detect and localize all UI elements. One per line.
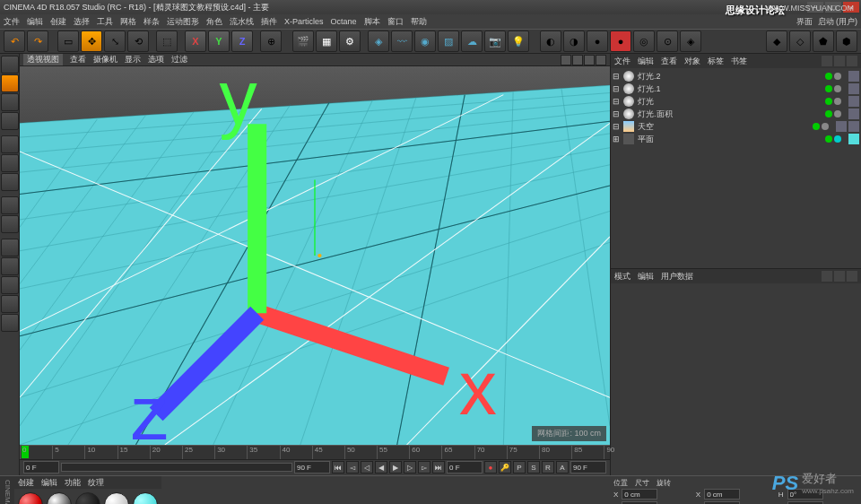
- menu-script[interactable]: 脚本: [364, 16, 380, 28]
- material-black[interactable]: [75, 492, 100, 504]
- viewport-tab[interactable]: 透视视图: [23, 54, 63, 65]
- current-frame-input[interactable]: [447, 461, 483, 474]
- obj-tab-file[interactable]: 文件: [614, 56, 631, 67]
- obj-search-icon[interactable]: [822, 56, 832, 66]
- obj-row-sky[interactable]: ⊟天空: [613, 120, 859, 133]
- point-mode[interactable]: [1, 135, 19, 153]
- attr-nav-back-icon[interactable]: [822, 271, 832, 282]
- menu-mograph[interactable]: 运动图形: [167, 16, 199, 28]
- layout-label[interactable]: 界面: [796, 16, 813, 28]
- tag-icon[interactable]: [848, 109, 859, 119]
- tag-icon[interactable]: [848, 121, 859, 132]
- timeline-end-input[interactable]: [294, 461, 330, 474]
- octane-3[interactable]: ⬟: [813, 30, 834, 52]
- coord-tab-pos[interactable]: 位置: [613, 478, 628, 489]
- play-backward[interactable]: ◀: [375, 461, 387, 474]
- material-white[interactable]: [104, 492, 129, 504]
- menu-window[interactable]: 窗口: [387, 16, 404, 28]
- octane-2[interactable]: ◇: [789, 30, 811, 52]
- octane-1[interactable]: ◆: [766, 30, 787, 52]
- select-tool[interactable]: ▭: [57, 30, 79, 52]
- rotate-tool[interactable]: ⟲: [127, 30, 149, 52]
- goto-next-key[interactable]: ▻: [418, 461, 430, 474]
- coord-sx-input[interactable]: [704, 489, 740, 500]
- axis-x-lock[interactable]: X: [185, 30, 206, 52]
- record-key[interactable]: ●: [484, 461, 497, 474]
- coord-x-input[interactable]: [622, 489, 657, 500]
- timeline-ruler[interactable]: 0 5 10 15 20 25 30 35 40 45 50 55 60 65 …: [20, 446, 610, 460]
- texture-mode[interactable]: [1, 93, 19, 111]
- mat-tab-edit[interactable]: 编辑: [41, 477, 57, 489]
- vp-menu-camera[interactable]: 摄像机: [93, 54, 117, 65]
- polygon-mode[interactable]: [1, 173, 19, 191]
- render-view[interactable]: 🎬: [292, 30, 314, 52]
- axis-z-lock[interactable]: Z: [231, 30, 253, 52]
- camera-tool[interactable]: 📷: [484, 30, 506, 52]
- spline-tool[interactable]: 〰: [391, 30, 413, 52]
- extra-3[interactable]: ●: [587, 30, 608, 52]
- planar-workplane[interactable]: [1, 314, 19, 332]
- scale-tool[interactable]: ⤡: [104, 30, 126, 52]
- attr-tab-mode[interactable]: 模式: [614, 271, 631, 282]
- mat-tab-create[interactable]: 创建: [18, 477, 34, 489]
- timeline-end2-input[interactable]: [570, 461, 606, 474]
- timeline-scrollbar[interactable]: [61, 463, 292, 472]
- mat-tab-function[interactable]: 功能: [65, 477, 81, 489]
- menu-create[interactable]: 创建: [50, 16, 66, 28]
- edge-mode[interactable]: [1, 154, 19, 172]
- light-tool[interactable]: 💡: [508, 30, 529, 52]
- model-mode[interactable]: [1, 74, 19, 92]
- menu-mesh[interactable]: 网格: [120, 16, 136, 28]
- next-frame[interactable]: ▷: [404, 461, 416, 474]
- vp-nav-2[interactable]: [572, 55, 583, 65]
- timeline-start-input[interactable]: [23, 461, 59, 474]
- prev-frame[interactable]: ◁: [361, 461, 373, 474]
- play-forward[interactable]: ▶: [389, 461, 402, 474]
- obj-filter-icon[interactable]: [834, 56, 845, 66]
- extra-7[interactable]: ◈: [680, 30, 701, 52]
- key-param[interactable]: A: [556, 461, 569, 474]
- attr-menu-icon[interactable]: [847, 271, 857, 282]
- vp-menu-view[interactable]: 查看: [70, 54, 86, 65]
- extra-1[interactable]: ◐: [540, 30, 561, 52]
- key-pos[interactable]: P: [513, 461, 526, 474]
- goto-start[interactable]: ⏮: [332, 461, 344, 474]
- obj-tab-edit[interactable]: 编辑: [638, 56, 654, 67]
- tag-icon[interactable]: [848, 83, 859, 94]
- render-settings[interactable]: ⚙: [339, 30, 361, 52]
- menu-select[interactable]: 选择: [74, 16, 90, 28]
- obj-tab-objects[interactable]: 对象: [684, 56, 700, 67]
- layout-dropdown[interactable]: 启动 (用户): [818, 16, 858, 28]
- enable-axis[interactable]: [1, 196, 19, 214]
- mat-tab-texture[interactable]: 纹理: [88, 477, 104, 489]
- obj-row-light1[interactable]: ⊟灯光.1: [613, 83, 859, 95]
- workplane-snap[interactable]: [1, 276, 19, 294]
- obj-tab-view[interactable]: 查看: [661, 56, 677, 67]
- attr-nav-fwd-icon[interactable]: [834, 271, 845, 282]
- material-tag-icon[interactable]: [848, 134, 859, 144]
- vp-nav-4[interactable]: [596, 55, 606, 65]
- extra-6[interactable]: ⊙: [657, 30, 678, 52]
- attr-tab-edit[interactable]: 编辑: [638, 271, 654, 282]
- tag-icon[interactable]: [848, 71, 859, 82]
- key-scale[interactable]: S: [527, 461, 540, 474]
- menu-tools[interactable]: 工具: [97, 16, 113, 28]
- viewport-3d[interactable]: 网格间距: 100 cm x y z: [20, 66, 610, 445]
- menu-spline[interactable]: 样条: [144, 16, 160, 28]
- snap-settings[interactable]: [1, 257, 19, 275]
- obj-row-light2[interactable]: ⊟灯光.2: [613, 70, 859, 83]
- generator-tool[interactable]: ◉: [414, 30, 436, 52]
- obj-row-light[interactable]: ⊟灯光: [613, 95, 859, 108]
- menu-octane[interactable]: Octane: [331, 17, 357, 26]
- autokey[interactable]: 🔑: [499, 461, 511, 474]
- environment-tool[interactable]: ☁: [461, 30, 483, 52]
- key-rot[interactable]: R: [542, 461, 554, 474]
- last-tool[interactable]: ⬚: [156, 30, 178, 52]
- coord-tab-rot[interactable]: 旋转: [657, 478, 671, 489]
- extra-2[interactable]: ◑: [563, 30, 585, 52]
- make-editable[interactable]: [1, 56, 19, 74]
- undo-button[interactable]: ↶: [4, 30, 25, 52]
- move-tool[interactable]: ✥: [81, 30, 102, 52]
- axis-y-lock[interactable]: Y: [208, 30, 230, 52]
- menu-file[interactable]: 文件: [4, 16, 20, 28]
